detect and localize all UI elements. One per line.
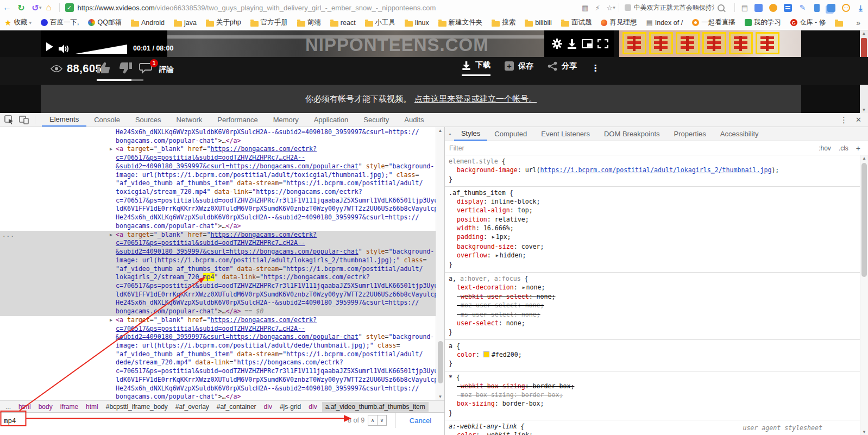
bookmark-item[interactable]: G仓库 - 修 — [790, 18, 826, 27]
dom-node[interactable]: ▶<a target="_blank" href="https://bongac… — [0, 316, 444, 400]
search-input[interactable]: mp4 — [4, 417, 16, 425]
code-line[interactable]: He24Sx6h_dNXLKq6WVzpXSuldbK6V0rpXSulcH2A… — [0, 299, 444, 307]
code-line[interactable]: ▶<a target="_blank" href="https://bongac… — [0, 316, 444, 325]
devtools-tab-performance[interactable]: Performance — [210, 113, 265, 127]
code-line[interactable]: He24Sx6h_dNXLKq6WVzpXSuldbK6V0rpXSulcH2A… — [0, 128, 444, 137]
code-line[interactable]: ▶<a target="_blank" href="https://bongac… — [0, 145, 444, 154]
css-property[interactable]: display: inline-block; — [449, 197, 856, 206]
breadcrumb-item[interactable]: div — [264, 403, 272, 411]
code-line[interactable]: lokagirls_2/stream_720.mp4" data-link="h… — [0, 273, 444, 282]
devtools-tab-application[interactable]: Application — [306, 113, 356, 127]
css-property[interactable]: color: #fed200; — [449, 350, 856, 359]
volume-icon[interactable] — [58, 43, 70, 54]
code-line[interactable]: c=706517&ps=postitial&subid=oodTZHVZHZHP… — [0, 325, 444, 333]
css-property[interactable]: -webkit-box-sizing: border-box; — [449, 382, 856, 390]
bookmark-item[interactable] — [835, 19, 845, 27]
expand-value-icon[interactable]: ▶ — [523, 285, 525, 290]
breadcrumb-item[interactable]: #af_container — [217, 403, 256, 411]
video-player[interactable]: NIPPONTEENS.COM 00:01 / 08:00 — [41, 30, 614, 57]
elements-scroll-thumb[interactable] — [438, 341, 443, 383]
pip-icon[interactable] — [582, 39, 593, 48]
inspect-element-icon[interactable] — [4, 115, 14, 124]
code-line[interactable]: image: url(https://i.bcprm.com/postitial… — [0, 171, 444, 180]
code-line[interactable]: "af_video_thumb af_thumbs_item" data-str… — [0, 179, 444, 188]
bookmark-item[interactable]: react — [330, 19, 356, 27]
devtools-tab-security[interactable]: Security — [356, 113, 397, 127]
breadcrumb-item[interactable]: a.af_video_thumb.af_thumbs_item — [322, 402, 429, 412]
qr-code-icon[interactable]: ▦ — [582, 4, 588, 12]
color-swatch[interactable] — [483, 351, 489, 357]
expand-value-icon[interactable]: ▶ — [496, 253, 499, 258]
code-line[interactable]: He24Sx6h_dNXLKq6WVzpXSuldbK6V0rpXSulcH2A… — [0, 384, 444, 393]
bookmark-item[interactable]: 搜索 — [492, 18, 515, 27]
elements-scrollbar[interactable]: ▲ ▼ — [436, 127, 444, 400]
css-property[interactable]: text-decoration: ▶none; — [449, 283, 856, 292]
bookmarks-overflow-icon[interactable]: » — [856, 18, 860, 27]
breadcrumb-item[interactable]: iframe — [60, 403, 78, 411]
breadcrumb-item[interactable]: html — [18, 403, 31, 411]
breadcrumb-item[interactable]: body — [39, 403, 53, 411]
code-line[interactable]: ldK6V1FFV1dE0rrKqKKrrXWzz0XUTuldM6V0rpXS… — [0, 205, 444, 213]
style-rule[interactable]: .af_thumbs_item {display: inline-block;v… — [445, 187, 860, 273]
bookmark-item[interactable]: 一起看直播 — [692, 18, 735, 27]
breadcrumb-item[interactable]: html — [86, 403, 98, 411]
menu-dots-icon[interactable]: ⋯ — [842, 4, 850, 12]
code-line[interactable]: bongacams.com/popular-chat">…</a> == $0 — [0, 307, 444, 316]
sidebar-tab-computed[interactable]: Computed — [487, 127, 534, 141]
code-line[interactable]: image: url(https://i.bcprm.com/postitial… — [0, 342, 444, 350]
bookmark-item[interactable]: java — [174, 19, 197, 27]
breadcrumb-item[interactable]: ... — [5, 403, 11, 411]
devtools-tab-audits[interactable]: Audits — [397, 113, 431, 127]
hov-toggle[interactable]: :hov — [819, 144, 831, 152]
code-line[interactable]: c=706517&ps=postitial&subid=oodTZHVZHZHP… — [0, 282, 444, 291]
bookmark-item[interactable]: Android — [131, 19, 165, 27]
devtools-tab-console[interactable]: Console — [86, 113, 128, 127]
sidebar-tab-accessibility[interactable]: Accessibility — [713, 127, 766, 141]
share-button[interactable]: 分享 — [548, 61, 577, 75]
comments-button[interactable]: 1 評論 — [139, 61, 174, 74]
css-property[interactable]: padding: ▶1px; — [449, 232, 856, 242]
lightning-icon[interactable]: ⚡ — [595, 4, 600, 12]
save-button[interactable]: + 保存 — [505, 61, 533, 75]
rule-selector[interactable]: a:-webkit-any-link {user agent styleshee… — [449, 422, 856, 431]
search-icon[interactable] — [718, 4, 725, 11]
code-line[interactable]: c=706517&ps=postitial&subid=oodTZHVZHZHP… — [0, 367, 444, 376]
pane-collapse-icon[interactable]: ▲ — [448, 132, 452, 136]
video-download-icon[interactable] — [567, 39, 577, 49]
home-icon[interactable]: ⌂ — [42, 3, 56, 12]
css-property[interactable]: width: 16.666%; — [449, 224, 856, 232]
styles-scrollbar[interactable]: ▲ ▼ — [860, 155, 868, 435]
bookmark-item[interactable]: 我的学习 — [745, 18, 781, 27]
css-property[interactable]: background-image: url(https://i.bcprm.co… — [449, 166, 856, 174]
code-line[interactable]: ldK6V1FFV1dE0rrKqKKrrXWzz0XUTuldM6V0rpXS… — [0, 291, 444, 299]
devtools-tab-elements[interactable]: Elements — [42, 113, 86, 127]
css-property[interactable]: box-sizing: border-box; — [449, 399, 856, 408]
rule-selector[interactable]: * { — [449, 373, 856, 382]
address-bar[interactable]: https://www.xvideos.com/video66338539/tw… — [78, 4, 575, 12]
ad-banner[interactable] — [619, 30, 801, 57]
bookmark-item[interactable]: QQ邮箱 — [88, 18, 121, 27]
code-line[interactable]: "af_video_thumb af_thumbs_item" data-str… — [0, 265, 444, 274]
bookmark-item[interactable]: 官方手册 — [250, 18, 288, 27]
filter-input[interactable]: Filter — [449, 144, 819, 152]
dom-node[interactable]: He24Sx6h_dNXLKq6WVzpXSuldbK6V0rpXSulcH2A… — [0, 128, 444, 145]
downloads-icon[interactable]: ⤓ — [857, 4, 865, 12]
favorite-caret-icon[interactable]: ▾ — [613, 5, 615, 10]
styles-scroll-thumb[interactable] — [861, 163, 867, 277]
code-line[interactable]: &subid2=4090180_3959997&csurl=https://bo… — [0, 248, 444, 256]
sidebar-tab-event-listeners[interactable]: Event Listeners — [534, 127, 597, 141]
fullscreen-icon[interactable] — [597, 39, 608, 48]
translate-icon[interactable] — [784, 4, 792, 12]
device-toolbar-icon[interactable] — [19, 116, 29, 124]
edit-pen-icon[interactable]: ✎ — [798, 4, 807, 12]
bookmark-item[interactable]: 前端 — [297, 18, 321, 27]
bookmark-item[interactable]: linux — [405, 19, 429, 27]
breadcrumb-item[interactable]: #bcpsttl_iframe_body — [106, 403, 168, 411]
css-property[interactable]: -webkit-user-select: none; — [449, 292, 856, 301]
code-line[interactable]: bongacams.com/popular-chat">…</a> — [0, 222, 444, 231]
hot-search-text[interactable]: 中美双方正就元首会晤保持沟通 — [634, 3, 714, 12]
search-cancel-button[interactable]: Cancel — [395, 413, 445, 428]
code-line[interactable]: c=706517&ps=postitial&subid=oodTZHVZHZHP… — [0, 239, 444, 248]
css-property[interactable]: background-size: cover; — [449, 242, 856, 251]
code-line[interactable]: ldK6V1FFV1dE0rrKqKKrrXWzz0XUTuldM6V0rpXS… — [0, 376, 444, 384]
